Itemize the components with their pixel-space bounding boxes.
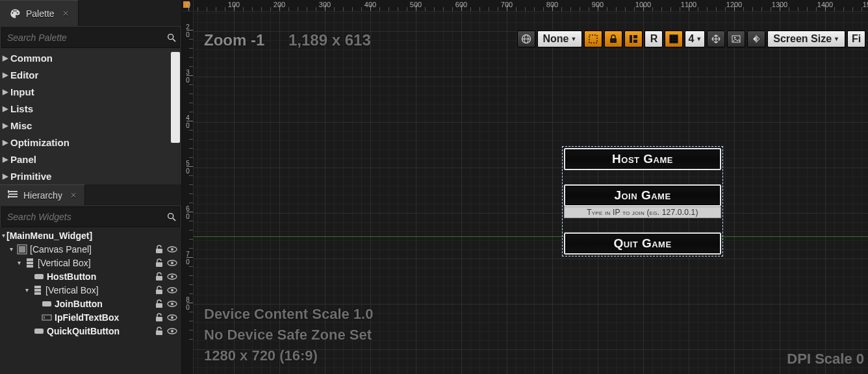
tree-label: [MainMenu_Widget] [6, 231, 92, 241]
search-icon[interactable] [164, 30, 179, 45]
loc-mode-label: None [543, 33, 569, 45]
tab-hierarchy[interactable]: Hierarchy ✕ [0, 184, 85, 205]
eye-icon[interactable] [167, 299, 177, 309]
selected-widget[interactable]: Host Game Join Game Type in IP to join (… [564, 148, 721, 255]
unlock-icon[interactable] [154, 299, 164, 309]
unlock-icon[interactable] [154, 312, 164, 323]
lock-button[interactable] [604, 31, 622, 47]
button-icon [42, 299, 52, 309]
svg-rect-39 [34, 329, 44, 334]
search-icon[interactable] [164, 209, 179, 225]
resolution-button[interactable] [707, 31, 725, 47]
host-game-button[interactable]: Host Game [564, 148, 721, 170]
tree-row-ip[interactable]: IpFieldTextBox [0, 310, 181, 324]
eye-icon[interactable] [167, 271, 177, 282]
palette-category[interactable]: ▶Misc [0, 117, 181, 134]
palette-category[interactable]: ▶Panel [0, 151, 181, 168]
lock-icon [608, 34, 619, 44]
tree-label: [Canvas Panel] [30, 244, 92, 255]
palette-category[interactable]: ▶Primitive [0, 168, 181, 184]
ruler-tick-label: 0 [183, 77, 192, 84]
screen-size-button[interactable]: Screen Size▼ [767, 31, 845, 47]
ip-hint-label: Type in IP to join (eg. 127.0.0.1) [587, 208, 698, 217]
eye-icon[interactable] [167, 285, 177, 295]
ip-field[interactable]: Type in IP to join (eg. 127.0.0.1) [564, 206, 721, 218]
fill-label: Fi [852, 33, 861, 45]
canvas[interactable]: Zoom -1 1,189 x 613 Device Content Scale… [194, 12, 868, 374]
tree-row-vbox1[interactable]: ▾ [Vertical Box] [0, 256, 181, 269]
ruler-tick-label: 8 [183, 297, 192, 303]
svg-point-29 [171, 289, 173, 292]
svg-rect-30 [42, 301, 51, 306]
svg-point-7 [168, 214, 173, 219]
localization-mode-button[interactable]: None▼ [537, 31, 583, 47]
tree-label: JoinButton [55, 299, 103, 309]
svg-rect-47 [610, 38, 617, 43]
svg-rect-48 [630, 35, 632, 43]
svg-point-23 [171, 275, 173, 278]
palette-label: Optimization [10, 137, 70, 148]
respect-locks-button[interactable]: R [645, 31, 663, 47]
eye-icon[interactable] [167, 258, 177, 268]
layout-button[interactable] [624, 31, 643, 47]
ruler-tick-label: 6 [183, 206, 192, 212]
quit-game-button[interactable]: Quit Game [564, 232, 721, 255]
close-icon[interactable]: ✕ [70, 191, 77, 200]
tree-row-vbox2[interactable]: ▾ [Vertical Box] [0, 283, 181, 297]
ruler-tick-label: 100 [228, 1, 240, 8]
tree-label: QuickQuitButton [47, 326, 120, 336]
flip-button[interactable] [747, 31, 765, 47]
scrollbar[interactable] [171, 52, 180, 143]
palette-category[interactable]: ▶Lists [0, 100, 181, 117]
join-game-button[interactable]: Join Game [564, 184, 721, 206]
svg-rect-50 [633, 40, 637, 43]
canvas-panel-icon [17, 244, 27, 255]
join-game-label: Join Game [614, 188, 670, 203]
eye-icon[interactable] [167, 326, 177, 336]
close-icon[interactable]: ✕ [62, 9, 69, 18]
svg-rect-15 [27, 262, 33, 264]
svg-point-19 [171, 262, 173, 264]
eye-icon[interactable] [167, 244, 177, 255]
palette-category[interactable]: ▶Optimization [0, 134, 181, 151]
ruler-horizontal: 0100200300400500600700800900100011001200… [194, 0, 868, 12]
palette-category[interactable]: ▶Common [0, 49, 181, 66]
eye-icon[interactable] [167, 312, 177, 323]
ruler-tick-label: 2 [183, 24, 192, 31]
ruler-tick-label: 0 [183, 305, 192, 311]
image-button[interactable] [727, 31, 745, 47]
hierarchy-search-input[interactable] [2, 212, 164, 222]
svg-rect-26 [34, 292, 41, 295]
tree-row-canvas[interactable]: ▾ [Canvas Panel] [0, 242, 181, 256]
svg-rect-49 [633, 35, 637, 38]
svg-point-42 [171, 330, 173, 332]
ruler-tick-label: 600 [455, 1, 467, 8]
svg-rect-24 [34, 286, 41, 288]
tab-palette[interactable]: Palette ✕ [0, 0, 79, 26]
ruler-tick-label: 1400 [817, 1, 833, 8]
grid-snap-button[interactable] [665, 31, 683, 47]
palette-label: Common [10, 53, 53, 64]
unlock-icon[interactable] [154, 258, 164, 268]
ruler-tick-label: 1000 [635, 1, 651, 8]
ruler-tick-label: 5 [183, 160, 192, 167]
palette-category[interactable]: ▶Editor [0, 66, 181, 83]
unlock-icon[interactable] [154, 285, 164, 295]
snap-value-button[interactable]: 4▼ [685, 31, 705, 47]
unlock-icon[interactable] [154, 326, 164, 336]
tree-row-root[interactable]: ▾ [MainMenu_Widget] [0, 229, 181, 242]
palette-category[interactable]: ▶Input [0, 83, 181, 100]
dpi-label: DPI Scale 0 [787, 351, 864, 368]
unlock-icon[interactable] [154, 271, 164, 282]
tree-row-host[interactable]: HostButton [0, 269, 181, 283]
dashed-outline-button[interactable] [584, 31, 602, 47]
tree-row-join[interactable]: JoinButton [0, 297, 181, 310]
svg-rect-4 [8, 196, 18, 197]
tree-row-quit[interactable]: QuickQuitButton [0, 324, 181, 338]
unlock-icon[interactable] [154, 244, 164, 255]
origin-line [194, 236, 868, 237]
fill-button[interactable]: Fi [847, 31, 865, 47]
palette-search-input[interactable] [2, 32, 164, 43]
localization-button[interactable] [517, 31, 535, 47]
viewport-info-bottom: Device Content Scale 1.0 No Device Safe … [204, 304, 373, 366]
